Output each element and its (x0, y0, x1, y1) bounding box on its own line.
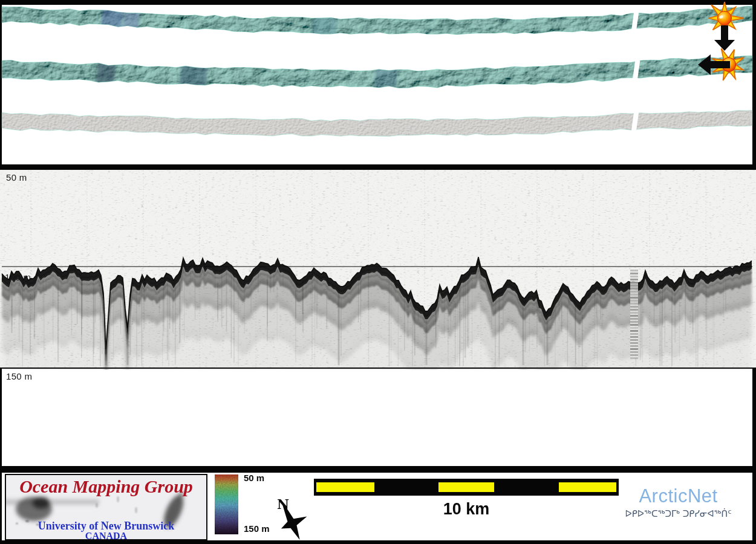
scale-bar (314, 479, 619, 496)
bathymetry-swath-upper (2, 6, 752, 40)
subbottom-profile-panel (0, 164, 756, 370)
colorbar-label-top: 50 m (244, 473, 264, 483)
omg-logo: Ocean Mapping Group University of New Br… (5, 474, 207, 540)
depth-label-150m: 150 m (6, 371, 32, 381)
swath-mosaic-panel (0, 0, 756, 164)
omg-title: Ocean Mapping Group (6, 476, 206, 497)
arcticnet-logo-title: ArcticNet (605, 485, 752, 507)
omg-country-label: CANADA (6, 531, 206, 540)
compass-north-label: N (277, 496, 289, 512)
depth-label-100m: 100 m (5, 272, 31, 282)
survey-figure: { "page": {"title": "Ocean Mapping Group… (0, 0, 756, 544)
depth-colorbar (215, 474, 238, 534)
scale-bar-segment (316, 482, 374, 492)
arrow-down-icon (714, 25, 735, 51)
scale-bar-segment (438, 482, 494, 492)
arcticnet-inuktitut-label: ᐅᑭᐅᖅᑕᖅᑐᒥᒃ ᑐᑭᓯᓂᐊᖅᑏᑦ (605, 509, 752, 519)
bottom-border (0, 540, 756, 544)
compass-rose-icon (263, 498, 321, 544)
backscatter-swath (2, 110, 752, 137)
footer-divider (0, 466, 756, 473)
data-gap-artifact (630, 270, 638, 359)
depth-label-50m: 50 m (6, 172, 27, 183)
scale-bar-label: 10 km (314, 500, 619, 519)
